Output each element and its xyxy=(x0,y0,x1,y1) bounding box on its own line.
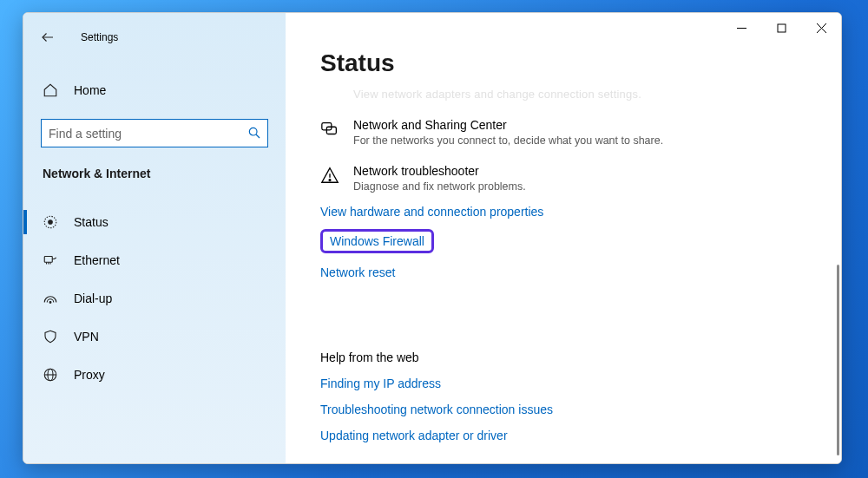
help-header: Help from the web xyxy=(320,350,841,364)
svg-point-9 xyxy=(49,302,51,304)
sidebar-item-ethernet[interactable]: Ethernet xyxy=(23,241,286,279)
search-input[interactable] xyxy=(41,119,268,147)
home-icon xyxy=(43,82,58,98)
option-subtitle: Diagnose and fix network problems. xyxy=(353,180,526,193)
sidebar-item-label: Dial-up xyxy=(74,291,112,305)
back-button[interactable] xyxy=(37,27,58,48)
app-title: Settings xyxy=(81,31,118,43)
link-help-ip[interactable]: Finding my IP address xyxy=(320,377,841,390)
highlight-windows-firewall: Windows Firewall xyxy=(320,229,434,253)
titlebar-controls xyxy=(721,13,841,43)
sidebar-item-label: Status xyxy=(74,215,108,229)
dialup-icon xyxy=(43,291,58,306)
main-content: Status View network adapters and change … xyxy=(286,13,841,463)
settings-window: Settings Home Networ xyxy=(23,12,842,464)
back-arrow-icon xyxy=(40,29,56,45)
svg-point-4 xyxy=(49,220,53,225)
sidebar-section-header: Network & Internet xyxy=(43,167,286,180)
sidebar-item-label: VPN xyxy=(74,330,99,344)
ethernet-icon xyxy=(43,252,58,268)
link-windows-firewall[interactable]: Windows Firewall xyxy=(330,234,424,248)
svg-point-16 xyxy=(329,180,331,181)
home-label: Home xyxy=(74,83,106,97)
proxy-icon xyxy=(43,367,58,383)
vpn-icon xyxy=(43,329,58,344)
link-view-hardware[interactable]: View hardware and connection properties xyxy=(320,205,841,219)
svg-line-2 xyxy=(256,134,260,138)
svg-point-1 xyxy=(249,128,257,135)
svg-rect-18 xyxy=(778,24,786,32)
link-help-troubleshoot[interactable]: Troubleshooting network connection issue… xyxy=(320,403,841,416)
maximize-button[interactable] xyxy=(761,13,801,43)
sidebar-home[interactable]: Home xyxy=(23,74,286,107)
link-help-update-adapter[interactable]: Updating network adapter or driver xyxy=(320,429,841,442)
warning-triangle-icon xyxy=(320,166,339,185)
close-button[interactable] xyxy=(801,13,841,43)
sidebar-item-label: Proxy xyxy=(74,368,105,382)
page-title: Status xyxy=(320,49,841,77)
option-network-sharing[interactable]: Network and Sharing Center For the netwo… xyxy=(320,118,841,147)
option-title: Network and Sharing Center xyxy=(353,118,663,132)
sidebar: Settings Home Networ xyxy=(23,13,286,463)
sidebar-item-label: Ethernet xyxy=(74,253,120,267)
option-troubleshooter[interactable]: Network troubleshooter Diagnose and fix … xyxy=(320,164,841,193)
close-icon xyxy=(817,23,826,33)
option-title: Network troubleshooter xyxy=(353,164,526,178)
minimize-icon xyxy=(737,23,746,33)
sidebar-item-dialup[interactable]: Dial-up xyxy=(23,279,286,318)
network-sharing-icon xyxy=(320,120,339,139)
sidebar-item-status[interactable]: Status xyxy=(23,203,286,241)
svg-rect-5 xyxy=(44,257,52,263)
maximize-icon xyxy=(777,23,786,33)
option-subtitle: For the networks you connect to, decide … xyxy=(353,134,663,147)
status-icon xyxy=(43,214,58,230)
truncated-text: View network adapters and change connect… xyxy=(320,88,841,101)
minimize-button[interactable] xyxy=(721,13,761,43)
sidebar-item-vpn[interactable]: VPN xyxy=(23,318,286,356)
search-icon xyxy=(247,126,261,140)
sidebar-item-proxy[interactable]: Proxy xyxy=(23,356,286,394)
scrollbar[interactable] xyxy=(837,265,839,455)
link-network-reset[interactable]: Network reset xyxy=(320,265,841,279)
